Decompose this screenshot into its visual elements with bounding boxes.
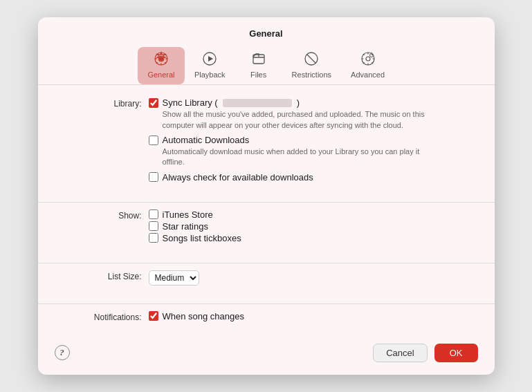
songs-list-label[interactable]: Songs list tickboxes bbox=[163, 233, 241, 243]
star-ratings-checkbox[interactable] bbox=[149, 221, 158, 231]
library-controls: Sync Library () Show all the music you'v… bbox=[149, 97, 474, 184]
sync-library-label[interactable]: Sync Library () bbox=[163, 97, 300, 108]
tab-general[interactable]: General bbox=[138, 47, 185, 84]
footer: ? Cancel OK bbox=[38, 334, 495, 375]
tab-playback[interactable]: Playback bbox=[185, 47, 235, 84]
list-size-label: List Size: bbox=[59, 270, 149, 281]
divider-3 bbox=[38, 304, 495, 304]
advanced-icon bbox=[360, 51, 376, 68]
notifications-control: When song changes bbox=[149, 311, 474, 323]
when-song-changes-label[interactable]: When song changes bbox=[163, 311, 245, 321]
help-button[interactable]: ? bbox=[55, 345, 70, 360]
tab-advanced[interactable]: Advanced bbox=[341, 47, 394, 84]
restrictions-icon bbox=[304, 51, 319, 68]
tab-restrictions[interactable]: Restrictions bbox=[282, 47, 341, 84]
library-label: Library: bbox=[59, 97, 149, 109]
list-size-select-row: Small Medium Large bbox=[149, 270, 474, 286]
notifications-label: Notifications: bbox=[59, 311, 149, 322]
always-check-checkbox[interactable] bbox=[149, 172, 158, 182]
sync-library-checkbox-row: Sync Library () bbox=[149, 97, 474, 108]
songs-list-checkbox[interactable] bbox=[149, 233, 158, 243]
show-section: Show: iTunes Store Star ratings Songs li… bbox=[38, 209, 495, 256]
playback-icon bbox=[202, 51, 217, 68]
divider-2 bbox=[38, 263, 495, 263]
files-icon bbox=[251, 51, 266, 68]
tab-advanced-label: Advanced bbox=[351, 71, 385, 79]
general-icon bbox=[154, 51, 169, 68]
tab-playback-label: Playback bbox=[194, 71, 226, 79]
auto-downloads-description: Automatically download music when added … bbox=[163, 147, 439, 168]
tab-files[interactable]: Files bbox=[235, 47, 282, 84]
tab-general-label: General bbox=[147, 71, 174, 79]
star-ratings-label[interactable]: Star ratings bbox=[163, 221, 208, 232]
automatic-downloads-checkbox[interactable] bbox=[149, 136, 158, 145]
footer-buttons: Cancel OK bbox=[373, 344, 477, 362]
toolbar: General Playback Files bbox=[38, 44, 495, 85]
itunes-store-row: iTunes Store bbox=[149, 209, 474, 220]
always-check-label[interactable]: Always check for available downloads bbox=[163, 172, 313, 183]
dialog-title: General bbox=[38, 17, 495, 44]
library-section: Library: Sync Library () Show all the mu… bbox=[38, 97, 495, 195]
tab-files-label: Files bbox=[250, 71, 266, 79]
sync-library-description: Show all the music you've added, purchas… bbox=[163, 109, 439, 131]
dialog: General General bbox=[38, 17, 495, 375]
itunes-store-checkbox[interactable] bbox=[149, 209, 158, 219]
always-check-checkbox-row: Always check for available downloads bbox=[149, 172, 474, 183]
itunes-store-label[interactable]: iTunes Store bbox=[163, 209, 213, 220]
automatic-downloads-label[interactable]: Automatic Downloads bbox=[163, 135, 250, 145]
content-area: Library: Sync Library () Show all the mu… bbox=[38, 85, 495, 334]
list-size-section: List Size: Small Medium Large bbox=[38, 270, 495, 297]
songs-list-row: Songs list tickboxes bbox=[149, 233, 474, 243]
sync-library-checkbox[interactable] bbox=[149, 98, 158, 108]
auto-downloads-checkbox-row: Automatic Downloads bbox=[149, 135, 474, 145]
show-row: Show: iTunes Store Star ratings Songs li… bbox=[59, 209, 474, 245]
svg-marker-12 bbox=[208, 56, 213, 62]
svg-line-15 bbox=[307, 55, 316, 64]
sync-library-row: Library: Sync Library () Show all the mu… bbox=[59, 97, 474, 184]
list-size-row: List Size: Small Medium Large bbox=[59, 270, 474, 286]
list-size-control: Small Medium Large bbox=[149, 270, 474, 286]
divider-1 bbox=[38, 202, 495, 203]
notifications-section: Notifications: When song changes bbox=[38, 311, 495, 334]
tab-restrictions-label: Restrictions bbox=[292, 71, 331, 79]
show-controls: iTunes Store Star ratings Songs list tic… bbox=[149, 209, 474, 245]
when-song-changes-checkbox[interactable] bbox=[149, 311, 158, 321]
blurred-text bbox=[223, 99, 292, 107]
cancel-button[interactable]: Cancel bbox=[373, 344, 427, 362]
star-ratings-row: Star ratings bbox=[149, 221, 474, 232]
sync-library-text: Sync Library () bbox=[163, 97, 300, 108]
when-song-changes-row: When song changes bbox=[149, 311, 474, 321]
list-size-select[interactable]: Small Medium Large bbox=[149, 270, 199, 286]
notifications-row: Notifications: When song changes bbox=[59, 311, 474, 323]
svg-point-16 bbox=[366, 57, 370, 61]
show-label: Show: bbox=[59, 209, 149, 221]
ok-button[interactable]: OK bbox=[434, 344, 478, 362]
